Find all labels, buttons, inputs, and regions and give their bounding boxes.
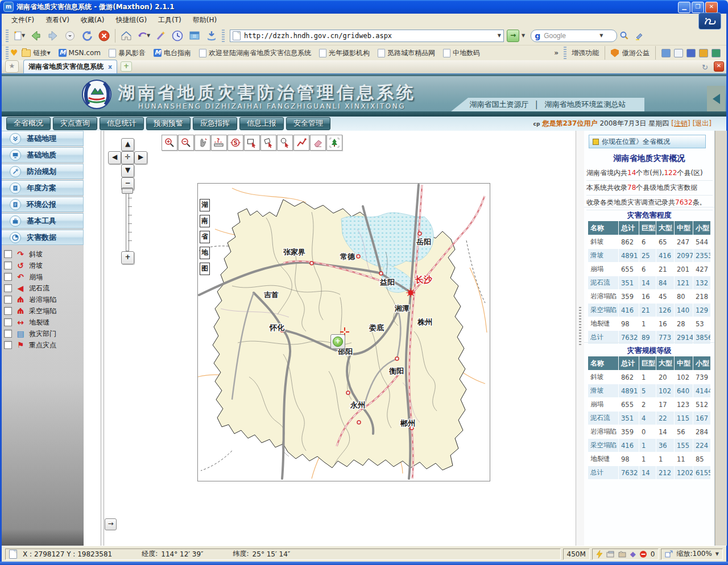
- map-locate-button[interactable]: +: [330, 334, 345, 349]
- close-tab-button[interactable]: ✕: [714, 61, 724, 72]
- menu-item[interactable]: 快捷组(G): [110, 14, 152, 26]
- pan-right-button[interactable]: ▶: [134, 151, 147, 164]
- stop-button[interactable]: [96, 27, 113, 44]
- zoom-panel[interactable]: 缩放:100% ▼: [661, 549, 723, 560]
- refresh-button[interactable]: [78, 27, 96, 44]
- plugins-link[interactable]: 增强功能: [572, 48, 599, 58]
- pan-left-button[interactable]: ◀: [108, 151, 121, 164]
- address-input[interactable]: [243, 31, 500, 40]
- banner-link-dept[interactable]: 湖南省国土资源厅: [470, 99, 529, 110]
- address-dropdown-icon[interactable]: ▼: [498, 33, 501, 38]
- window-mini-icon[interactable]: [674, 49, 683, 57]
- nav-tab[interactable]: 应急指挥: [193, 117, 237, 130]
- layer-checkbox[interactable]: [4, 296, 12, 304]
- map-pan-button[interactable]: [195, 135, 210, 151]
- layer-item[interactable]: ↔ 地裂缝: [4, 317, 84, 328]
- search-button[interactable]: [617, 27, 632, 44]
- address-bar[interactable]: ▼: [230, 30, 504, 42]
- menu-item[interactable]: 查看(V): [40, 14, 75, 26]
- map-rect-select-button[interactable]: [244, 135, 260, 151]
- nav-tab[interactable]: 预测预警: [146, 117, 191, 130]
- layer-checkbox[interactable]: [4, 307, 12, 315]
- linksbar-grip[interactable]: [564, 47, 566, 59]
- layer-item[interactable]: ⚑ 重点灾点: [4, 339, 84, 351]
- popup-blocker-icon[interactable]: [606, 551, 615, 558]
- layer-item[interactable]: ▤ 救灾部门: [4, 328, 84, 339]
- history-dropdown-button[interactable]: [61, 27, 78, 44]
- history-button[interactable]: [169, 27, 186, 44]
- layer-checkbox[interactable]: [4, 273, 12, 281]
- map-scale-button[interactable]: S: [228, 135, 243, 151]
- map-scroll-right-button[interactable]: →: [105, 518, 117, 530]
- sidebar-item-base-geology[interactable]: 基础地质: [2, 147, 84, 163]
- sidebar-item-env-bulletin[interactable]: 环境公报: [2, 197, 84, 212]
- layer-checkbox[interactable]: [4, 330, 12, 338]
- overflow-chevron[interactable]: »: [554, 49, 559, 57]
- nav-tab[interactable]: 信息统计: [100, 117, 144, 130]
- layer-checkbox[interactable]: [4, 341, 12, 349]
- menu-item[interactable]: 文件(F): [6, 14, 39, 26]
- map-redline-button[interactable]: [293, 135, 309, 151]
- map-left-splitter[interactable]: [101, 131, 104, 546]
- go-button[interactable]: →: [507, 30, 519, 42]
- toolbar-grip[interactable]: [6, 30, 9, 42]
- nav-tab[interactable]: 全省概况: [6, 117, 51, 130]
- layer-item[interactable]: ↷ 斜坡: [4, 248, 84, 260]
- map-zoom-in-button[interactable]: [162, 135, 177, 151]
- window-list-button[interactable]: [186, 27, 203, 44]
- splitter-handle[interactable]: [579, 307, 581, 347]
- map-zoom-out-button[interactable]: [178, 135, 194, 151]
- tab-list-button[interactable]: ↻: [702, 63, 708, 72]
- tab-close-icon[interactable]: x: [108, 63, 112, 70]
- map-full-extent-button[interactable]: [326, 135, 342, 151]
- search-engine-dropdown-icon[interactable]: ▼: [599, 33, 603, 38]
- gem-icon[interactable]: ◆: [630, 550, 636, 558]
- tools-mini-icon[interactable]: [699, 49, 708, 57]
- go-dropdown-icon[interactable]: ▼: [522, 33, 525, 38]
- layer-checkbox[interactable]: [4, 318, 12, 326]
- globe-icon[interactable]: [712, 49, 721, 57]
- layer-item[interactable]: Ψ 采空塌陷: [4, 305, 84, 317]
- back-button[interactable]: [27, 27, 44, 44]
- link-item[interactable]: 暴风影音: [109, 48, 146, 58]
- link-item[interactable]: 光年摄影机构: [319, 48, 370, 58]
- link-item[interactable]: MMSN.com: [59, 49, 101, 57]
- map-measure-button[interactable]: ?: [211, 135, 227, 151]
- link-item[interactable]: 觅路城市精品网: [378, 48, 435, 58]
- pan-center-button[interactable]: ✛: [121, 151, 134, 164]
- search-box[interactable]: g ▼: [531, 30, 617, 42]
- blocked-count-icon[interactable]: [639, 550, 647, 558]
- minimize-button[interactable]: ▁: [678, 2, 690, 13]
- exit-link[interactable]: [退出]: [693, 119, 712, 128]
- layer-item[interactable]: ↺ 滑坡: [4, 260, 84, 271]
- menu-item[interactable]: 工具(T): [153, 14, 187, 26]
- maxthon-logo-button[interactable]: [698, 13, 721, 30]
- zoom-slider-track[interactable]: [126, 190, 129, 251]
- close-button[interactable]: ✕: [705, 2, 718, 13]
- zoom-slider-handle[interactable]: [122, 188, 133, 194]
- layer-item[interactable]: Ψ 岩溶塌陷: [4, 294, 84, 305]
- layer-item[interactable]: ↶ 崩塌: [4, 271, 84, 282]
- sidebar-item-base-geography[interactable]: 基础地理: [2, 131, 84, 146]
- layer-checkbox[interactable]: [4, 261, 12, 269]
- nav-tab[interactable]: 安全管理: [286, 117, 330, 130]
- search-input[interactable]: [543, 31, 602, 40]
- logout-link[interactable]: [注销]: [671, 119, 690, 128]
- sidebar-item-annual-plan[interactable]: 年度方案: [2, 180, 84, 196]
- link-item[interactable]: M电台指南: [154, 48, 191, 58]
- panel-splitter[interactable]: [576, 131, 585, 546]
- link-item[interactable]: 欢迎登陆湖南省地质灾害信息系统: [199, 48, 311, 58]
- menu-item[interactable]: 收藏(A): [76, 14, 110, 26]
- notes-icon[interactable]: [686, 49, 696, 57]
- highlight-button[interactable]: [632, 27, 647, 44]
- nav-tab[interactable]: 信息上报: [239, 117, 284, 130]
- sidebar-item-prevention-plan[interactable]: 防治规划: [2, 164, 84, 179]
- sidebar-item-basic-tools[interactable]: 基本工具: [2, 213, 84, 229]
- pan-up-button[interactable]: ▲: [121, 138, 134, 151]
- links-folder[interactable]: 链接▼: [22, 48, 50, 58]
- forward-button[interactable]: [44, 27, 61, 44]
- new-page-button[interactable]: ▼: [10, 27, 27, 44]
- proxy-icon[interactable]: [661, 49, 671, 57]
- new-tab-button[interactable]: +: [121, 61, 132, 72]
- favorites-star-button[interactable]: ★: [5, 60, 19, 73]
